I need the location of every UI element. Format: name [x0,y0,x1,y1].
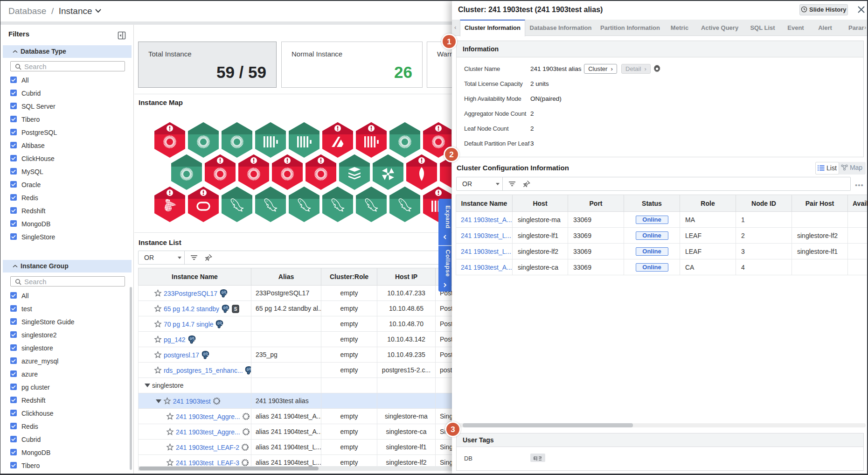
svg-text:S: S [234,307,237,312]
